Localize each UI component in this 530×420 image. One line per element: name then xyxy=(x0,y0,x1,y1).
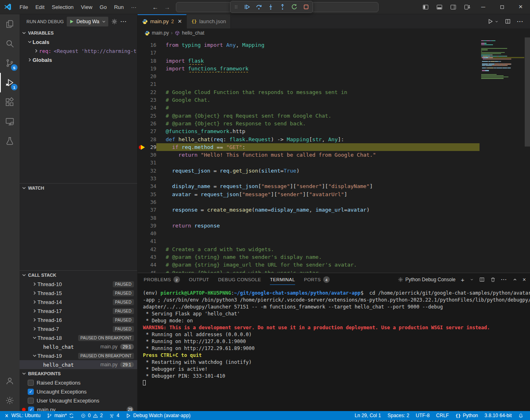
statusbar-indentation[interactable]: Spaces: 2 xyxy=(384,411,412,420)
callstack-frame[interactable]: hello_chat main.py 29:1 xyxy=(20,360,137,369)
editor-scrollbar[interactable] xyxy=(525,37,530,147)
gutter[interactable] xyxy=(138,88,147,96)
activity-remote-explorer[interactable] xyxy=(0,112,20,131)
gutter[interactable] xyxy=(138,127,147,135)
gutter[interactable] xyxy=(138,190,147,198)
breadcrumb-item[interactable]: hello_chat xyxy=(175,30,204,36)
editor-more-actions-icon[interactable]: ··· xyxy=(517,18,523,24)
statusbar-python-version[interactable]: 3.8.10 64-bit xyxy=(481,411,515,420)
debug-settings-gear-icon[interactable] xyxy=(111,18,118,25)
statusbar-remote-indicator[interactable]: WSL: Ubuntu xyxy=(1,411,44,420)
step-into-icon[interactable] xyxy=(267,4,274,10)
activity-files[interactable] xyxy=(0,14,20,34)
gutter[interactable] xyxy=(138,143,147,151)
panel-tab-problems[interactable]: PROBLEMS 2 xyxy=(144,273,180,286)
menu-run[interactable]: Run xyxy=(110,0,127,14)
gutter[interactable] xyxy=(138,167,147,175)
gutter[interactable] xyxy=(138,261,147,269)
menu-view[interactable]: View xyxy=(77,0,96,14)
gutter[interactable] xyxy=(138,136,147,143)
close-tab-icon[interactable]: ✕ xyxy=(177,18,182,24)
menu-edit[interactable]: Edit xyxy=(32,0,48,14)
toggle-secondary-sidebar-icon[interactable] xyxy=(446,0,460,14)
menu-go[interactable]: Go xyxy=(96,0,110,14)
gutter[interactable] xyxy=(138,198,147,206)
activity-source-control[interactable]: 5 xyxy=(0,53,20,73)
gutter[interactable] xyxy=(138,214,147,222)
callstack-thread[interactable]: Thread-18 PAUSED ON BREAKPOINT xyxy=(20,333,137,342)
gutter[interactable] xyxy=(138,175,147,182)
breakpoints-section-header[interactable]: BREAKPOINTS xyxy=(20,369,137,378)
terminal-dropdown-chevron-icon[interactable] xyxy=(470,278,474,282)
gutter[interactable] xyxy=(138,206,147,214)
kill-terminal-icon[interactable] xyxy=(490,277,496,282)
maximize-panel-icon[interactable] xyxy=(512,277,517,282)
breakpoint-item[interactable]: ✓ Raised Exceptions xyxy=(20,378,137,387)
gutter[interactable] xyxy=(138,96,147,104)
close-window-button[interactable]: × xyxy=(511,0,530,14)
maximize-button[interactable] xyxy=(493,0,511,14)
activity-extensions[interactable] xyxy=(0,92,20,112)
run-python-file-icon[interactable] xyxy=(487,18,493,24)
gutter[interactable] xyxy=(138,57,147,65)
statusbar-notifications[interactable] xyxy=(515,411,527,420)
toggle-panel-icon[interactable] xyxy=(432,0,446,14)
statusbar-ports-status[interactable]: 4 xyxy=(106,411,123,420)
customize-layout-icon[interactable] xyxy=(460,0,474,14)
gutter[interactable] xyxy=(138,80,147,88)
restart-icon[interactable] xyxy=(291,4,298,10)
gutter[interactable] xyxy=(138,112,147,120)
step-over-icon[interactable] xyxy=(256,4,262,10)
statusbar-eol[interactable]: CRLF xyxy=(433,411,452,420)
statusbar-git-branch[interactable]: main* xyxy=(44,411,77,420)
gutter[interactable] xyxy=(138,182,147,190)
breakpoint-checkbox[interactable]: ✓ xyxy=(28,398,34,404)
panel-tab-ports[interactable]: PORTS 4 xyxy=(304,273,330,286)
tab-launch-json[interactable]: {} launch.json xyxy=(187,14,231,28)
gutter[interactable] xyxy=(138,120,147,127)
menu-file[interactable]: File xyxy=(16,0,32,14)
activity-testing[interactable] xyxy=(0,131,20,151)
gutter[interactable] xyxy=(138,230,147,237)
toggle-sidebar-icon[interactable] xyxy=(418,0,432,14)
gutter[interactable] xyxy=(138,72,147,80)
step-out-icon[interactable] xyxy=(279,4,286,10)
gripper-icon[interactable] xyxy=(234,4,239,10)
start-debug-icon[interactable] xyxy=(69,19,74,24)
menu-more[interactable]: ··· xyxy=(127,0,140,14)
statusbar-language-mode[interactable]: {}Python xyxy=(452,411,482,420)
gutter[interactable] xyxy=(138,104,147,112)
statusbar-cursor-position[interactable]: Ln 29, Col 1 xyxy=(351,411,384,420)
terminal-output[interactable]: (env) pierrick@LAPTOP-HKU5PNNG:~/git/goo… xyxy=(138,286,530,411)
callstack-frame[interactable]: hello_chat main.py 29:1 xyxy=(20,342,137,351)
variable-req[interactable]: req: <Request 'http://charming-tro… xyxy=(20,46,137,55)
scope-globals[interactable]: Globals xyxy=(20,55,137,64)
activity-search[interactable] xyxy=(0,34,20,53)
activity-run-debug[interactable]: 1 xyxy=(0,73,20,92)
breakpoint-item[interactable]: ✓ User Uncaught Exceptions xyxy=(20,396,137,405)
sidebar-more-actions-icon[interactable]: ··· xyxy=(120,18,127,24)
scope-locals[interactable]: Locals xyxy=(20,37,137,46)
panel-tab-terminal[interactable]: TERMINAL xyxy=(270,273,295,286)
callstack-thread[interactable]: Thread-10 PAUSED xyxy=(20,280,137,289)
gutter[interactable] xyxy=(138,253,147,261)
gutter[interactable] xyxy=(138,237,147,245)
gutter[interactable] xyxy=(138,222,147,230)
callstack-thread[interactable]: Thread-16 PAUSED xyxy=(20,315,137,324)
call-stack-section-header[interactable]: CALL STACK xyxy=(20,271,137,280)
gutter[interactable] xyxy=(138,41,147,49)
new-terminal-icon[interactable]: + xyxy=(461,276,464,283)
panel-more-actions-icon[interactable]: ··· xyxy=(501,277,507,282)
breakpoint-item[interactable]: ✓ Uncaught Exceptions xyxy=(20,387,137,396)
code-editor[interactable]: 16 from typing import Any, Mapping 17 18… xyxy=(138,37,530,273)
run-dropdown-chevron-icon[interactable] xyxy=(495,20,499,24)
callstack-thread[interactable]: Thread-7 PAUSED xyxy=(20,324,137,333)
activity-account[interactable] xyxy=(0,371,20,391)
stop-icon[interactable] xyxy=(303,4,309,10)
breakpoint-checkbox[interactable]: ✓ xyxy=(28,407,34,411)
split-terminal-icon[interactable] xyxy=(479,277,485,282)
breadcrumb-item[interactable]: main.py xyxy=(145,30,169,36)
breakpoint-checkbox[interactable]: ✓ xyxy=(28,380,34,386)
breakpoint-item[interactable]: ✓ main.py 29 xyxy=(20,405,137,411)
panel-tab-debug-console[interactable]: DEBUG CONSOLE xyxy=(218,273,261,286)
